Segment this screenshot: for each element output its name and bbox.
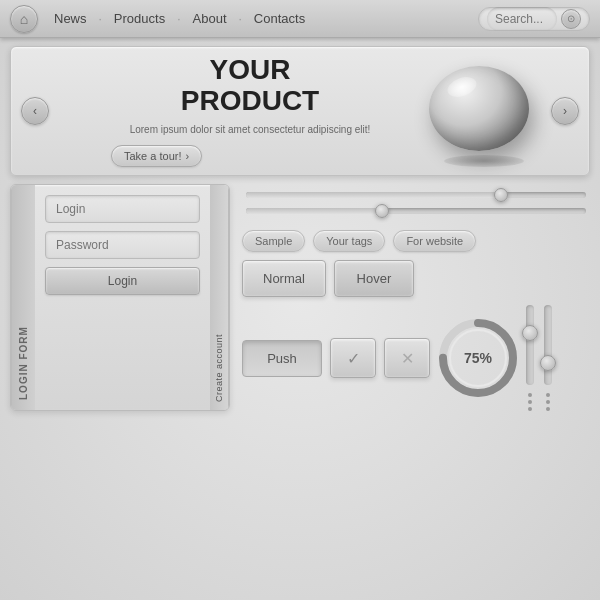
home-button[interactable]: ⌂ — [10, 5, 38, 33]
tag-for-website[interactable]: For website — [393, 230, 476, 252]
v-slider-1-dots — [528, 393, 532, 411]
cross-button[interactable]: ✕ — [384, 338, 430, 378]
hero-title: YOURPRODUCT — [71, 55, 429, 117]
nav-items: News · Products · About · Contacts — [46, 7, 478, 30]
v-slider-1-thumb[interactable] — [522, 325, 538, 341]
search-input[interactable] — [487, 7, 557, 31]
slider-1-fill — [246, 192, 501, 198]
sliders-section — [242, 184, 590, 222]
hero-prev-button[interactable]: ‹ — [21, 97, 49, 125]
v-slider-2-track[interactable] — [544, 305, 552, 385]
nav-sep-3: · — [239, 12, 242, 26]
tags-section: Sample Your tags For website — [242, 230, 590, 252]
progress-ring: 75% — [438, 318, 518, 398]
slider-2-track[interactable] — [246, 208, 586, 214]
push-button[interactable]: Push — [242, 340, 322, 377]
hover-button[interactable]: Hover — [334, 260, 414, 297]
v-dot — [546, 400, 550, 404]
login-form-label: LOGIN FORM — [11, 185, 35, 410]
tag-sample[interactable]: Sample — [242, 230, 305, 252]
nav-item-contacts[interactable]: Contacts — [246, 7, 313, 30]
hero-subtitle: Lorem ipsum dolor sit amet consectetur a… — [71, 123, 429, 137]
home-icon: ⌂ — [20, 11, 28, 27]
slider-1-thumb[interactable] — [494, 188, 508, 202]
tag-your-tags[interactable]: Your tags — [313, 230, 385, 252]
v-slider-1-track[interactable] — [526, 305, 534, 385]
v-dot — [546, 407, 550, 411]
right-panel: Sample Your tags For website Normal Hove… — [242, 184, 590, 411]
check-icon: ✓ — [347, 349, 360, 368]
orb-shine — [445, 73, 479, 100]
progress-label: 75% — [464, 350, 492, 366]
login-button[interactable]: Login — [45, 267, 200, 295]
navbar: ⌂ News · Products · About · Contacts ⊙ — [0, 0, 600, 38]
v-dot — [528, 400, 532, 404]
v-dot — [546, 393, 550, 397]
check-button[interactable]: ✓ — [330, 338, 376, 378]
nav-sep-1: · — [99, 12, 102, 26]
username-input[interactable] — [45, 195, 200, 223]
create-account-tab[interactable]: Create account — [210, 185, 229, 410]
normal-button[interactable]: Normal — [242, 260, 326, 297]
orb-shadow — [444, 155, 524, 167]
cross-icon: ✕ — [401, 349, 414, 368]
hero-banner: ‹ YOURPRODUCT Lorem ipsum dolor sit amet… — [10, 46, 590, 176]
search-box: ⊙ — [478, 7, 590, 31]
v-slider-2-dots — [546, 393, 550, 411]
hero-orb — [429, 66, 539, 156]
nav-item-about[interactable]: About — [185, 7, 235, 30]
search-icon: ⊙ — [567, 13, 575, 24]
hero-next-button[interactable]: › — [551, 97, 579, 125]
login-panel: LOGIN FORM Login Create account — [10, 184, 230, 411]
nav-item-products[interactable]: Products — [106, 7, 173, 30]
slider-1-track[interactable] — [246, 192, 586, 198]
v-slider-1-container — [526, 305, 534, 411]
v-dot — [528, 393, 532, 397]
lower-section: LOGIN FORM Login Create account Sample Y… — [10, 184, 590, 411]
login-form-content: Login — [35, 185, 210, 410]
slider-2-fill — [246, 208, 382, 214]
nav-item-news[interactable]: News — [46, 7, 95, 30]
slider-2-thumb[interactable] — [375, 204, 389, 218]
hero-content: YOURPRODUCT Lorem ipsum dolor sit amet c… — [11, 55, 429, 167]
lower-controls: Push ✓ ✕ 75% — [242, 305, 590, 411]
hero-cta-label: Take a tour! — [124, 150, 181, 162]
hero-cta-arrow-icon: › — [185, 150, 189, 162]
v-slider-2-container — [544, 305, 552, 411]
orb-sphere — [429, 66, 529, 151]
buttons-section: Normal Hover — [242, 260, 590, 297]
nav-sep-2: · — [177, 12, 180, 26]
search-button[interactable]: ⊙ — [561, 9, 581, 29]
chevron-left-icon: ‹ — [33, 104, 37, 118]
v-slider-2-thumb[interactable] — [540, 355, 556, 371]
vertical-sliders — [526, 305, 552, 411]
v-dot — [528, 407, 532, 411]
password-input[interactable] — [45, 231, 200, 259]
chevron-right-icon: › — [563, 104, 567, 118]
hero-cta-button[interactable]: Take a tour! › — [111, 145, 202, 167]
